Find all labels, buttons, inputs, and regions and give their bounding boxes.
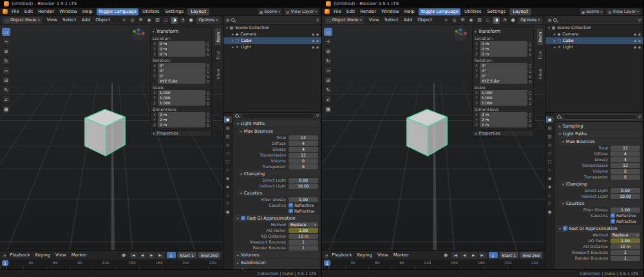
- property-value-field[interactable]: 4: [289, 141, 318, 146]
- tool-move-icon[interactable]: ⊕: [2, 47, 10, 55]
- sidebar-tab[interactable]: Tool: [215, 47, 221, 62]
- transform-value-field[interactable]: 0°: [480, 73, 527, 79]
- outliner-row[interactable]: ▸ □ Cube ● ●: [223, 37, 321, 44]
- timeline-menu-item[interactable]: View: [375, 252, 390, 259]
- tool-scale-icon[interactable]: ▱: [324, 66, 332, 75]
- transform-value-field[interactable]: 2 m: [158, 122, 205, 128]
- shading-rendered-icon[interactable]: ●: [509, 17, 516, 24]
- properties-collapsed-tab[interactable]: ▸ Properties: [472, 130, 534, 137]
- fast-gi-checkbox[interactable]: ✓: [563, 226, 567, 231]
- tool-annotate-icon[interactable]: ✎: [2, 86, 10, 94]
- world-properties-tab-icon[interactable]: ○: [546, 149, 554, 157]
- section-light-paths[interactable]: ▾ Light Paths: [234, 120, 319, 127]
- cube-object[interactable]: [80, 102, 130, 160]
- view-layer-selector[interactable]: ▥ View Layer ▾: [606, 8, 641, 15]
- render-visibility-icon[interactable]: ●: [316, 33, 319, 36]
- property-value-field[interactable]: 1.00: [611, 207, 640, 213]
- snap-magnet-icon[interactable]: ∩: [120, 17, 128, 24]
- lock-icon[interactable]: [529, 43, 531, 46]
- property-value-field[interactable]: 12: [289, 135, 318, 140]
- section-clamping[interactable]: ▾ Clamping: [560, 180, 641, 187]
- shading-wireframe-icon[interactable]: ○: [484, 17, 491, 24]
- tool-rotate-icon[interactable]: ↻: [324, 57, 332, 65]
- lock-icon[interactable]: [207, 113, 209, 117]
- transform-value-field[interactable]: 0 m: [158, 52, 205, 57]
- transform-value-field[interactable]: XYZ Euler: [480, 79, 527, 84]
- property-value-field[interactable]: 10.00: [611, 194, 640, 199]
- transport-button[interactable]: ◀: [460, 252, 469, 259]
- transport-button[interactable]: ▶: [469, 252, 478, 259]
- transport-button[interactable]: ▶|: [156, 252, 165, 259]
- current-frame-field[interactable]: 1: [167, 252, 176, 258]
- tool-select-box-icon[interactable]: ▭: [2, 28, 10, 36]
- property-value-field[interactable]: 4: [611, 151, 640, 157]
- timeline-ruler[interactable]: 0306090120150180210240 1: [0, 260, 223, 269]
- visibility-eye-icon[interactable]: ●: [634, 33, 636, 36]
- property-value-field[interactable]: 12: [611, 163, 640, 168]
- timeline-editor-icon[interactable]: ◔: [3, 253, 6, 258]
- physics-properties-tab-icon[interactable]: ◆: [546, 183, 554, 190]
- filter-icon[interactable]: ∇: [316, 18, 319, 23]
- properties-collapsed-tab[interactable]: ▸ Properties: [150, 130, 212, 137]
- lock-icon[interactable]: [207, 102, 209, 105]
- outliner-row-scene-collection[interactable]: ▾ ▦ Scene Collection: [545, 24, 643, 31]
- lock-icon[interactable]: [529, 53, 531, 56]
- section-caustics[interactable]: ▾ Caustics: [560, 200, 641, 207]
- scene-properties-tab-icon[interactable]: ◎: [224, 141, 232, 148]
- scene-properties-tab-icon[interactable]: ◎: [546, 141, 554, 148]
- start-frame-field[interactable]: Start 1: [500, 252, 518, 258]
- viewport-menu-item[interactable]: Object: [93, 17, 112, 24]
- object-data-properties-tab-icon[interactable]: ▽: [546, 200, 554, 207]
- lock-icon[interactable]: [207, 64, 209, 68]
- particles-properties-tab-icon[interactable]: ◉: [546, 175, 554, 182]
- lock-icon[interactable]: [207, 70, 209, 73]
- transport-button[interactable]: ▶: [147, 252, 156, 259]
- object-data-properties-tab-icon[interactable]: ▽: [224, 200, 232, 207]
- lock-icon[interactable]: [529, 124, 531, 127]
- timeline-ruler[interactable]: 0306090120150180210240 1: [322, 260, 545, 269]
- section-max-bounces[interactable]: ▾ Max Bounces: [238, 128, 319, 135]
- timeline-menu-item[interactable]: Playback: [330, 252, 354, 259]
- property-value-field[interactable]: 0.00: [611, 188, 640, 193]
- transform-value-field[interactable]: 1.000: [158, 90, 205, 95]
- render-properties-tab-icon[interactable]: ▣: [224, 116, 232, 123]
- timeline-editor-icon[interactable]: ◔: [325, 253, 328, 258]
- outliner-editor-icon[interactable]: ▤: [548, 18, 551, 22]
- show-overlays-icon[interactable]: ◉: [146, 17, 153, 24]
- scene-selector[interactable]: ▣ Scene ▾: [258, 8, 282, 15]
- blender-menu-icon[interactable]: [3, 9, 8, 14]
- menu-item[interactable]: Window: [57, 8, 79, 15]
- shading-solid-icon[interactable]: ◑: [493, 17, 500, 24]
- properties-section-collapsed[interactable]: ▸ Sampling: [556, 122, 641, 129]
- tool-select-box-icon[interactable]: ▭: [324, 28, 332, 36]
- viewport-3d[interactable]: ▭ + ⊕ ↻: [0, 24, 223, 250]
- material-properties-tab-icon[interactable]: ●: [224, 208, 232, 215]
- timeline-menu-item[interactable]: Keying: [355, 252, 374, 259]
- current-frame-field[interactable]: 1: [489, 252, 498, 258]
- timeline-menu-item[interactable]: Playback: [8, 252, 32, 259]
- properties-search-input[interactable]: [241, 113, 314, 119]
- render-visibility-icon[interactable]: ●: [638, 39, 641, 43]
- show-overlays-icon[interactable]: ◉: [468, 17, 475, 24]
- transform-value-field[interactable]: 0°: [480, 68, 527, 73]
- menu-utilities[interactable]: Utilities: [462, 8, 483, 15]
- property-value-field[interactable]: 12: [289, 153, 318, 158]
- property-value-field[interactable]: 12: [611, 146, 640, 151]
- timeline-menu-item[interactable]: Keying: [33, 252, 52, 259]
- lock-icon[interactable]: [529, 97, 531, 100]
- sidebar-tab[interactable]: Item: [537, 28, 543, 45]
- lock-icon[interactable]: [207, 48, 209, 51]
- properties-search-input[interactable]: [563, 114, 636, 120]
- cube-object[interactable]: [402, 102, 452, 160]
- xray-toggle-icon[interactable]: ▥: [154, 17, 161, 24]
- checkbox-checked-icon[interactable]: ✓: [611, 213, 615, 218]
- mode-dropdown[interactable]: □ Object Mode ▾: [3, 17, 42, 24]
- outliner-row[interactable]: ▸ □ Cube ● ●: [545, 37, 643, 44]
- snap-magnet-icon[interactable]: ∩: [442, 17, 450, 24]
- property-value-field[interactable]: 1.00: [611, 238, 640, 244]
- view-layer-properties-tab-icon[interactable]: ▥: [224, 133, 232, 140]
- filter-icon[interactable]: ∇: [638, 115, 641, 119]
- window-titlebar[interactable]: (Untitled) - Blender 4.5.1 LTS: [0, 0, 321, 8]
- auto-keying-icon[interactable]: ●: [442, 252, 450, 259]
- particles-properties-tab-icon[interactable]: ◉: [224, 175, 232, 182]
